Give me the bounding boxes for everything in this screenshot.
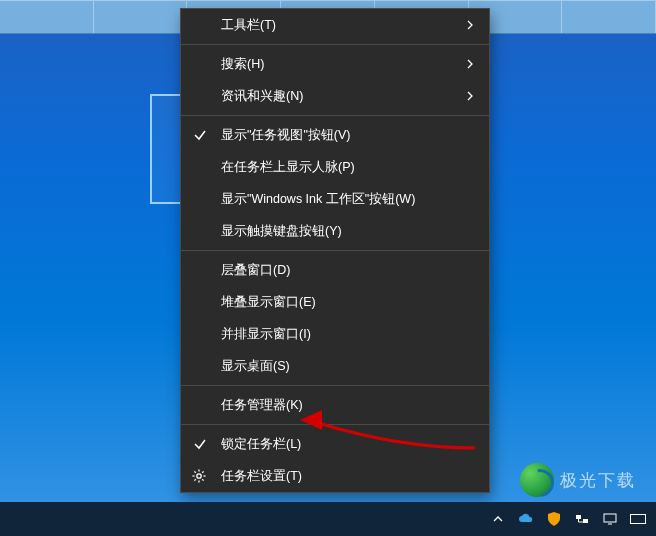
menu-item-label: 搜索(H): [221, 56, 264, 73]
menu-item-show-ink-workspace[interactable]: 显示"Windows Ink 工作区"按钮(W): [181, 183, 489, 215]
menu-item-show-task-view[interactable]: 显示"任务视图"按钮(V): [181, 119, 489, 151]
chevron-right-icon: [465, 91, 475, 101]
chevron-right-icon: [465, 59, 475, 69]
menu-item-label: 堆叠显示窗口(E): [221, 294, 316, 311]
menu-item-show-desktop[interactable]: 显示桌面(S): [181, 350, 489, 382]
menu-item-cascade-windows[interactable]: 层叠窗口(D): [181, 254, 489, 286]
menu-separator: [181, 424, 489, 425]
menu-item-label: 任务栏设置(T): [221, 468, 302, 485]
menu-item-news-interests[interactable]: 资讯和兴趣(N): [181, 80, 489, 112]
menu-item-show-people[interactable]: 在任务栏上显示人脉(P): [181, 151, 489, 183]
svg-line-6: [202, 479, 203, 480]
svg-rect-14: [631, 515, 646, 524]
svg-line-7: [202, 471, 203, 472]
cloud-icon[interactable]: [518, 511, 534, 527]
menu-item-side-by-side[interactable]: 并排显示窗口(I): [181, 318, 489, 350]
menu-item-label: 显示"Windows Ink 工作区"按钮(W): [221, 191, 415, 208]
menu-item-toolbars[interactable]: 工具栏(T): [181, 9, 489, 41]
svg-rect-11: [583, 519, 588, 523]
menu-separator: [181, 115, 489, 116]
svg-rect-10: [576, 515, 581, 519]
watermark-logo-icon: [520, 463, 554, 497]
svg-rect-12: [604, 514, 616, 522]
snap-tab: [0, 0, 94, 33]
menu-item-label: 任务管理器(K): [221, 397, 303, 414]
check-icon: [193, 437, 207, 451]
chevron-right-icon: [465, 20, 475, 30]
monitor-icon[interactable]: [602, 511, 618, 527]
menu-item-label: 显示触摸键盘按钮(Y): [221, 223, 342, 240]
taskbar[interactable]: [0, 502, 656, 536]
keyboard-icon[interactable]: [630, 511, 646, 527]
menu-item-label: 显示"任务视图"按钮(V): [221, 127, 351, 144]
taskbar-context-menu[interactable]: 工具栏(T) 搜索(H) 资讯和兴趣(N) 显示"任务视图"按钮(V) 在任务栏…: [180, 8, 490, 493]
menu-item-show-touch-keyboard[interactable]: 显示触摸键盘按钮(Y): [181, 215, 489, 247]
menu-item-label: 锁定任务栏(L): [221, 436, 301, 453]
menu-item-label: 在任务栏上显示人脉(P): [221, 159, 355, 176]
system-tray[interactable]: [484, 511, 652, 527]
svg-line-8: [194, 479, 195, 480]
menu-item-label: 层叠窗口(D): [221, 262, 290, 279]
snap-tab: [94, 0, 188, 33]
menu-item-stack-windows[interactable]: 堆叠显示窗口(E): [181, 286, 489, 318]
watermark-text: 极光下载: [560, 469, 636, 492]
menu-item-search[interactable]: 搜索(H): [181, 48, 489, 80]
chevron-up-icon[interactable]: [490, 511, 506, 527]
menu-item-label: 显示桌面(S): [221, 358, 290, 375]
menu-separator: [181, 44, 489, 45]
menu-item-lock-taskbar[interactable]: 锁定任务栏(L): [181, 428, 489, 460]
gear-icon: [191, 468, 207, 484]
check-icon: [193, 128, 207, 142]
menu-separator: [181, 250, 489, 251]
menu-item-taskbar-settings[interactable]: 任务栏设置(T): [181, 460, 489, 492]
svg-line-5: [194, 471, 195, 472]
snap-tab: [562, 0, 656, 33]
watermark: 极光下载: [520, 460, 650, 500]
shield-icon[interactable]: [546, 511, 562, 527]
menu-separator: [181, 385, 489, 386]
menu-item-task-manager[interactable]: 任务管理器(K): [181, 389, 489, 421]
menu-item-label: 资讯和兴趣(N): [221, 88, 303, 105]
svg-point-0: [197, 474, 201, 478]
network-icon[interactable]: [574, 511, 590, 527]
menu-item-label: 工具栏(T): [221, 17, 276, 34]
menu-item-label: 并排显示窗口(I): [221, 326, 311, 343]
